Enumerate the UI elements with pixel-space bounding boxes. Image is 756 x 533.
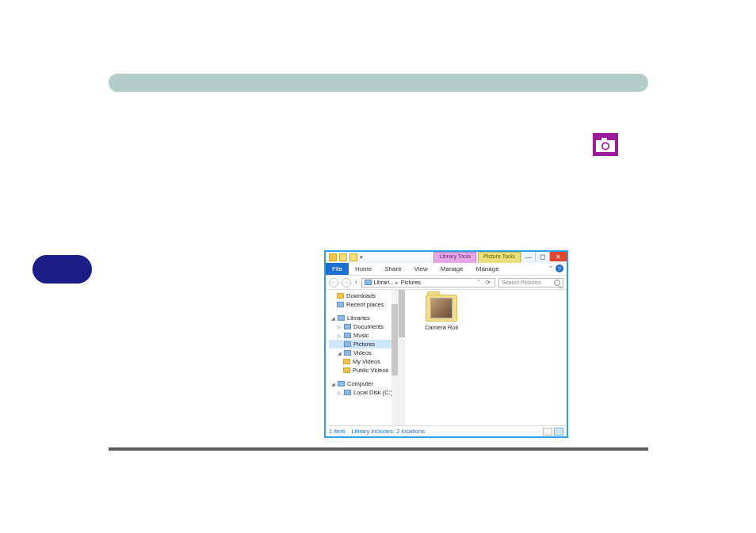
- quick-access-toolbar: ▾: [326, 253, 363, 261]
- breadcrumb-libraries[interactable]: Librari...▸: [374, 280, 399, 286]
- navigation-pane: Downloads Recent places ◢Libraries ▷Docu…: [326, 290, 399, 425]
- tree-pictures[interactable]: Pictures: [329, 340, 396, 348]
- tree-documents[interactable]: ▷Documents: [329, 322, 396, 331]
- qa-newfolder-icon[interactable]: [349, 253, 357, 261]
- tree-libraries[interactable]: ◢Libraries: [329, 314, 396, 322]
- tree-recent-places[interactable]: Recent places: [329, 300, 396, 309]
- tree-music[interactable]: ▷Music: [329, 331, 396, 340]
- ribbon-tab-share[interactable]: Share: [378, 263, 407, 275]
- ribbon-tab-file[interactable]: File: [326, 263, 349, 275]
- search-icon: [554, 280, 560, 286]
- qa-properties-icon[interactable]: [339, 253, 347, 261]
- tree-videos[interactable]: ◢Videos: [329, 348, 396, 357]
- tree-my-videos[interactable]: My Videos: [329, 357, 396, 366]
- folder-tree: Downloads Recent places ◢Libraries ▷Docu…: [326, 290, 398, 403]
- svg-point-3: [603, 143, 608, 148]
- titlebar[interactable]: ▾ Pictures Library Tools Picture Tools —…: [326, 252, 567, 263]
- ribbon-tab-view[interactable]: View: [408, 263, 434, 275]
- content-scroll-thumb[interactable]: [399, 290, 405, 337]
- navpane-scroll-thumb[interactable]: [391, 304, 398, 375]
- page-footer-rule: [109, 447, 648, 451]
- side-pill: [32, 255, 92, 284]
- nav-back-button[interactable]: ←: [329, 278, 338, 287]
- page-banner: [109, 74, 648, 92]
- address-dropdown-icon[interactable]: ˅: [475, 280, 482, 286]
- context-tab-picture-tools[interactable]: Picture Tools: [478, 252, 521, 263]
- view-thumbnails-button[interactable]: [554, 428, 563, 436]
- view-details-button[interactable]: [543, 428, 552, 436]
- contextual-tab-headers: Library Tools Picture Tools: [433, 252, 521, 263]
- status-bar: 1 item Library includes: 2 locations: [326, 425, 567, 436]
- location-icon: [365, 280, 372, 285]
- tree-downloads[interactable]: Downloads: [329, 291, 396, 300]
- address-bar-row: ← → ↑ Librari...▸ Pictures ˅ ⟳ Search Pi…: [326, 276, 567, 290]
- search-input[interactable]: Search Pictures: [498, 278, 563, 287]
- minimize-button[interactable]: —: [521, 252, 535, 261]
- search-placeholder: Search Pictures: [502, 280, 540, 285]
- content-pane[interactable]: Camera Roll: [399, 290, 567, 425]
- explorer-icon: [329, 253, 337, 261]
- ribbon-tab-manage-library[interactable]: Manage: [434, 263, 470, 275]
- tree-computer[interactable]: ◢Computer: [329, 379, 396, 388]
- window-controls: — ▢ ✕: [521, 252, 567, 261]
- nav-forward-button[interactable]: →: [342, 278, 351, 287]
- close-button[interactable]: ✕: [549, 252, 567, 261]
- folder-label: Camera Roll: [418, 324, 465, 331]
- tree-public-videos[interactable]: Public Videos: [329, 366, 396, 375]
- svg-rect-1: [601, 138, 607, 141]
- refresh-button[interactable]: ⟳: [484, 280, 492, 286]
- folder-camera-roll[interactable]: Camera Roll: [418, 295, 465, 331]
- context-tab-library-tools[interactable]: Library Tools: [433, 252, 476, 263]
- maximize-button[interactable]: ▢: [535, 252, 549, 261]
- breadcrumb-pictures[interactable]: Pictures: [401, 280, 421, 285]
- help-button[interactable]: ?: [556, 265, 563, 272]
- status-library-locations[interactable]: Library includes: 2 locations: [351, 428, 425, 435]
- camera-app-icon: [593, 133, 618, 156]
- nav-up-button[interactable]: ↑: [354, 279, 358, 287]
- content-scrollbar[interactable]: [399, 290, 405, 425]
- ribbon-tab-home[interactable]: Home: [349, 263, 378, 275]
- ribbon-collapse-icon[interactable]: ˅: [549, 265, 552, 272]
- explorer-body: Downloads Recent places ◢Libraries ▷Docu…: [326, 290, 567, 425]
- file-explorer-window: ▾ Pictures Library Tools Picture Tools —…: [324, 250, 568, 438]
- ribbon-tab-manage-picture[interactable]: Manage: [470, 263, 506, 275]
- navpane-scrollbar[interactable]: [391, 290, 398, 425]
- ribbon: File Home Share View Manage Manage ˅ ?: [326, 263, 567, 276]
- tree-local-disk-c[interactable]: ▷Local Disk (C:): [329, 388, 396, 397]
- status-item-count: 1 item: [329, 428, 345, 435]
- address-bar[interactable]: Librari...▸ Pictures ˅ ⟳: [361, 278, 496, 287]
- qa-dropdown-icon[interactable]: ▾: [360, 254, 363, 261]
- folder-icon: [426, 295, 457, 322]
